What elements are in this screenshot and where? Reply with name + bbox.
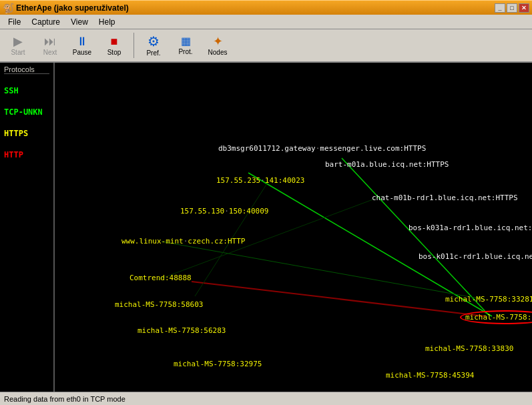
- node-db3msgr: db3msgr6011712.gateway·messenger.live.co…: [218, 144, 426, 153]
- node-ip2: 157.55.130·150:40009: [180, 207, 268, 216]
- node-comtrend: Comtrend:48888: [129, 274, 192, 282]
- next-label: Next: [43, 49, 57, 56]
- minimize-button[interactable]: _: [495, 3, 505, 13]
- pref-label: Pref.: [146, 49, 160, 57]
- node-ip1: 157.55.235·141:40023: [216, 176, 304, 185]
- prot-button[interactable]: ▦ Prot.: [170, 31, 201, 60]
- next-button[interactable]: ⏭ Next: [35, 31, 65, 60]
- next-icon: ⏭: [44, 35, 56, 47]
- title-bar-left: 🐒 EtherApe (jako superuživatel): [3, 3, 129, 13]
- node-ms41414: michal-MS-7758:41414: [218, 391, 306, 392]
- nodes-label: Nodes: [208, 49, 228, 56]
- node-ms58603: michal-MS-7758:58603: [115, 300, 203, 309]
- pause-button[interactable]: ⏸ Pause: [67, 31, 97, 60]
- protocol-https: HTTPS: [4, 129, 49, 138]
- start-button[interactable]: ▶ Start: [3, 31, 33, 60]
- protocol-ssh: SSH: [4, 86, 49, 95]
- nodes-icon: ✦: [213, 35, 223, 47]
- pref-button[interactable]: ⚙ Pref.: [138, 31, 169, 60]
- node-ms45394: michal-MS-7758:45394: [386, 371, 474, 380]
- stop-label: Stop: [107, 49, 121, 56]
- start-label: Start: [11, 49, 25, 56]
- protocols-sidebar: Protocols SSH TCP-UNKN HTTPS HTTP: [0, 63, 55, 392]
- menu-bar: File Capture View Help: [0, 15, 532, 29]
- pause-label: Pause: [73, 49, 91, 56]
- node-chat: chat-m01b-rdr1.blue.icq.net:HTTPS: [372, 193, 518, 202]
- svg-line-0: [342, 158, 489, 315]
- nodes-button[interactable]: ✦ Nodes: [202, 31, 233, 60]
- menu-view[interactable]: View: [65, 16, 93, 28]
- stop-icon: ■: [111, 35, 118, 47]
- menu-help[interactable]: Help: [93, 16, 121, 28]
- prot-label: Prot.: [178, 48, 192, 55]
- pref-icon: ⚙: [148, 35, 160, 48]
- main-area: Protocols SSH TCP-UNKN HTTPS HTTP db3msg…: [0, 63, 532, 392]
- title-bar: 🐒 EtherApe (jako superuživatel) _ □ ✕: [0, 0, 532, 15]
- pause-icon: ⏸: [76, 35, 88, 47]
- menu-capture[interactable]: Capture: [26, 16, 65, 28]
- node-ms32975: michal-MS-7758:32975: [174, 360, 262, 368]
- window-controls: _ □ ✕: [495, 3, 529, 13]
- node-www: www.linux-mint·czech.cz:HTTP: [121, 237, 245, 246]
- app-icon: 🐒: [3, 3, 13, 13]
- close-button[interactable]: ✕: [519, 3, 529, 13]
- svg-line-3: [162, 242, 485, 300]
- network-canvas: db3msgr6011712.gateway·messenger.live.co…: [55, 63, 532, 392]
- prot-icon: ▦: [181, 36, 191, 47]
- node-bart: bart-m01a.blue.icq.net:HTTPS: [325, 160, 449, 169]
- toolbar-separator-1: [134, 33, 134, 58]
- status-text: Reading data from eth0 in TCP mode: [4, 395, 125, 403]
- menu-file[interactable]: File: [3, 16, 26, 28]
- node-ms33830: michal-MS-7758:33830: [425, 344, 513, 353]
- node-bos031: bos-k031a-rdr1.blue.icq.net:HTTPS: [409, 224, 532, 232]
- protocol-tcp: TCP-UNKN: [4, 107, 49, 117]
- node-ms33281: michal-MS-7758:33281: [445, 295, 532, 304]
- maximize-button[interactable]: □: [507, 3, 517, 13]
- protocols-title: Protocols: [4, 65, 49, 74]
- node-ms56283: michal-MS-7758:56283: [138, 326, 226, 335]
- stop-button[interactable]: ■ Stop: [99, 31, 129, 60]
- node-bos011: bos-k011c-rdr1.blue.icq.net:HTTPS: [419, 252, 532, 261]
- toolbar: ▶ Start ⏭ Next ⏸ Pause ■ Stop ⚙ Pref. ▦ …: [0, 29, 532, 63]
- status-bar: Reading data from eth0 in TCP mode: [0, 392, 532, 405]
- start-icon: ▶: [13, 35, 23, 47]
- protocol-http: HTTP: [4, 150, 49, 159]
- window-title: EtherApe (jako superuživatel): [16, 3, 129, 13]
